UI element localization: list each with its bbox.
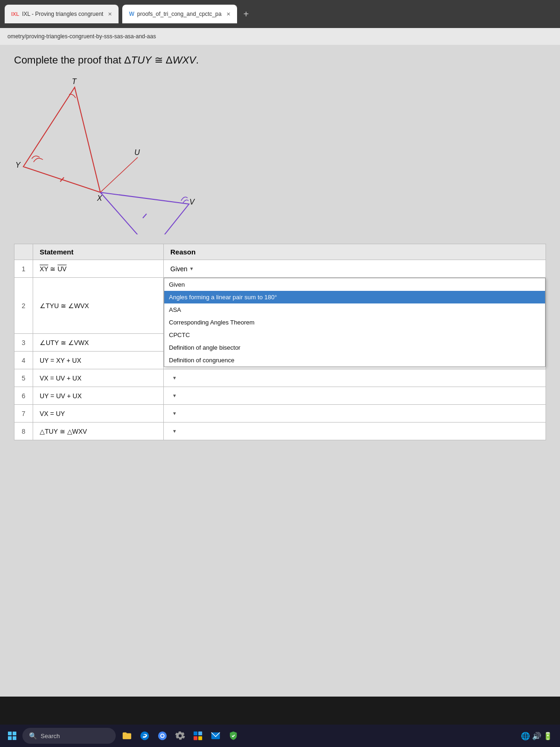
tab-ixl-label: IXL - Proving triangles congruent: [22, 11, 103, 17]
row-6-num: 6: [14, 387, 33, 405]
row-8-statement: △TUY ≅ △WXV: [33, 423, 164, 440]
table-row: 1 XY ≅ UV Given ▼: [14, 260, 546, 278]
taskbar-icons: [119, 728, 241, 743]
search-icon: 🔍: [29, 732, 37, 740]
tab-ixl-close[interactable]: ✕: [108, 11, 112, 17]
volume-icon[interactable]: 🔊: [532, 732, 541, 740]
row-5-num: 5: [14, 369, 33, 387]
dropdown-option-corresponding[interactable]: Corresponding Angles Theorem: [164, 316, 545, 329]
table-row: 5 VX = UV + UX ▼: [14, 369, 546, 387]
col-num-header: [14, 244, 33, 260]
vertex-X: X: [97, 194, 103, 202]
svg-rect-7: [194, 732, 197, 735]
row-6-dropdown-arrow[interactable]: ▼: [172, 393, 177, 398]
tab-proofs[interactable]: W proofs_of_tri_cong_and_cpctc_pa ✕: [122, 5, 237, 23]
row-6-reason[interactable]: ▼: [164, 387, 546, 405]
dropdown-option-asa[interactable]: ASA: [164, 303, 545, 316]
file-explorer-icon[interactable]: [119, 728, 134, 743]
vertex-Y: Y: [15, 161, 21, 169]
chrome-browser-icon[interactable]: [155, 728, 170, 743]
taskbar-right: 🌐 🔊 🔋: [517, 732, 556, 740]
photos-icon[interactable]: [190, 728, 205, 743]
row-4-statement: UY = XY + UX: [33, 352, 164, 369]
row-2-statement: ∠TYU ≅ ∠WVX: [33, 278, 164, 334]
table-row: 8 △TUY ≅ △WXV ▼: [14, 423, 546, 440]
table-row: 2 ∠TYU ≅ ∠WVX Given Angles forming a lin…: [14, 278, 546, 334]
battery-icon[interactable]: 🔋: [543, 732, 553, 740]
dropdown-list[interactable]: Given Angles forming a linear pair sum t…: [164, 278, 546, 367]
diagram-container: T Y X U V W: [14, 76, 210, 234]
row-8-dropdown-arrow[interactable]: ▼: [172, 429, 177, 434]
dropdown-option-cpctc[interactable]: CPCTC: [164, 329, 545, 341]
browser-chrome: IXL IXL - Proving triangles congruent ✕ …: [0, 0, 560, 28]
ixl-tab-icon: IXL: [11, 11, 19, 17]
row-5-dropdown-arrow[interactable]: ▼: [172, 375, 177, 381]
triangle-xwv: [100, 192, 189, 234]
row-3-num: 3: [14, 334, 33, 352]
content-area: Complete the proof that ΔTUY ≅ ΔWXV. T Y…: [0, 45, 560, 697]
svg-point-3: [140, 732, 149, 740]
edge-browser-icon[interactable]: [137, 728, 152, 743]
col-reason-header: Reason: [164, 244, 546, 260]
row-5-reason[interactable]: ▼: [164, 369, 546, 387]
triangle-tyx: [23, 87, 100, 192]
add-tab-button[interactable]: +: [241, 9, 252, 20]
proof-diagram: T Y X U V W: [14, 76, 210, 234]
mail-icon[interactable]: [208, 728, 223, 743]
vertex-U: U: [134, 148, 140, 156]
start-button[interactable]: [4, 727, 21, 744]
row-1-statement: XY ≅ UV: [33, 260, 164, 278]
svg-line-2: [100, 157, 138, 192]
row-1-num: 1: [14, 260, 33, 278]
windows-logo: [8, 732, 16, 740]
word-tab-icon: W: [129, 11, 134, 17]
row-8-reason[interactable]: ▼: [164, 423, 546, 440]
bottom-strip: [0, 697, 560, 725]
svg-rect-9: [194, 736, 197, 740]
row-7-num: 7: [14, 405, 33, 423]
row-1-reason[interactable]: Given ▼: [164, 260, 546, 278]
settings-icon[interactable]: [173, 728, 188, 743]
row-7-dropdown-arrow[interactable]: ▼: [172, 411, 177, 416]
row-2-num: 2: [14, 278, 33, 334]
dropdown-option-given[interactable]: Given: [164, 278, 545, 291]
dropdown-option-angles[interactable]: Angles forming a linear pair sum to 180°: [164, 291, 545, 303]
address-text: ometry/proving-triangles-congruent-by-ss…: [7, 33, 156, 40]
system-tray: 🌐 🔊 🔋: [517, 732, 556, 740]
search-bar[interactable]: 🔍 Search: [22, 728, 116, 744]
row-4-num: 4: [14, 352, 33, 369]
row-1-dropdown-arrow[interactable]: ▼: [189, 266, 194, 271]
vertex-T: T: [72, 78, 77, 85]
tab-ixl[interactable]: IXL IXL - Proving triangles congruent ✕: [5, 5, 119, 23]
col-statement-header: Statement: [33, 244, 164, 260]
row-8-num: 8: [14, 423, 33, 440]
taskbar: 🔍 Search: [0, 725, 560, 747]
svg-point-6: [161, 734, 164, 737]
antivirus-icon[interactable]: [226, 728, 241, 743]
dropdown-option-congruence[interactable]: Definition of congruence: [164, 354, 545, 366]
row-6-statement: UY = UV + UX: [33, 387, 164, 405]
row-7-reason[interactable]: ▼: [164, 405, 546, 423]
row-5-statement: VX = UV + UX: [33, 369, 164, 387]
row-3-statement: ∠UTY ≅ ∠VWX: [33, 334, 164, 352]
tab-proofs-close[interactable]: ✕: [226, 11, 231, 17]
dropdown-option-bisector[interactable]: Definition of angle bisector: [164, 341, 545, 354]
tab-proofs-label: proofs_of_tri_cong_and_cpctc_pa: [137, 11, 222, 17]
row-7-statement: VX = UY: [33, 405, 164, 423]
address-bar: ometry/proving-triangles-congruent-by-ss…: [0, 28, 560, 45]
svg-rect-10: [198, 736, 202, 740]
network-icon[interactable]: 🌐: [521, 732, 530, 740]
svg-rect-8: [198, 732, 202, 735]
row-2-reason[interactable]: Given Angles forming a linear pair sum t…: [164, 278, 546, 334]
search-text: Search: [41, 733, 60, 740]
table-row: 7 VX = UY ▼: [14, 405, 546, 423]
page-title: Complete the proof that ΔTUY ≅ ΔWXV.: [14, 54, 546, 66]
proof-table: Statement Reason 1 XY ≅ UV Given ▼: [14, 244, 546, 440]
table-row: 6 UY = UV + UX ▼: [14, 387, 546, 405]
vertex-V: V: [189, 198, 195, 206]
svg-line-1: [143, 214, 147, 218]
